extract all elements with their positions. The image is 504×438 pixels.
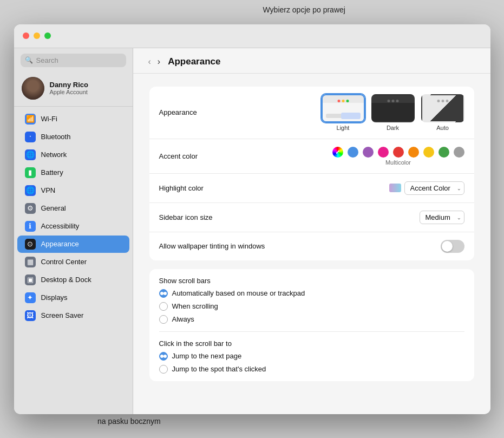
close-button[interactable] (23, 32, 29, 39)
general-icon: ⚙ (25, 203, 36, 214)
user-section[interactable]: Danny Rico Apple Account (14, 71, 133, 107)
wallpaper-tinting-control (441, 240, 464, 253)
radio-inner-click (160, 355, 163, 358)
sidebar: 🔍 Search Danny Rico Apple Account 📶 Wi-F… (14, 48, 133, 414)
appearance-icon: ⊙ (25, 239, 36, 250)
scroll-bars-radio-group: Automatically based on mouse or trackpad… (149, 289, 474, 331)
titlebar (14, 24, 490, 48)
appearance-light-option[interactable]: Light (322, 94, 365, 131)
sidebar-item-general[interactable]: ⚙ General (17, 200, 129, 217)
sidebar-label-general: General (41, 204, 66, 212)
sidebar-item-screen-saver[interactable]: 🖼 Screen Saver (17, 307, 129, 324)
sidebar-label-displays: Displays (41, 293, 68, 302)
scroll-always-item[interactable]: Always (159, 315, 464, 324)
wallpaper-tinting-toggle[interactable] (441, 240, 464, 253)
click-spot-item[interactable]: Jump to the spot that's clicked (159, 365, 464, 374)
sidebar-item-network[interactable]: 🌐 Network (17, 146, 129, 164)
sidebar-item-bluetooth[interactable]: ᛫ Bluetooth (17, 128, 129, 146)
click-spot-radio[interactable] (159, 365, 168, 374)
sidebar-icon-size-select[interactable]: Medium (420, 211, 464, 224)
annotation-line2: na pasku bocznym (97, 417, 161, 426)
sidebar-item-wifi[interactable]: 📶 Wi-Fi (17, 110, 129, 128)
forward-button[interactable]: › (155, 56, 162, 68)
search-placeholder: Search (36, 56, 58, 64)
sidebar-label-network: Network (41, 151, 67, 159)
appearance-control: Light (322, 94, 464, 131)
sidebar-item-vpn[interactable]: 🌐 VPN (17, 182, 129, 199)
sidebar-item-displays[interactable]: ✦ Displays (17, 289, 129, 306)
control-center-icon: ▦ (25, 257, 36, 267)
sidebar-icon-size-control: Medium (420, 211, 464, 224)
dot-green (346, 100, 349, 102)
preview-dots-dark (387, 100, 398, 102)
battery-icon: ▮ (25, 167, 36, 178)
search-bar[interactable]: 🔍 Search (21, 54, 126, 67)
color-pink[interactable] (378, 147, 389, 158)
sidebar-label-screen-saver: Screen Saver (41, 311, 84, 319)
dot-green-dark (396, 100, 398, 102)
color-red[interactable] (393, 147, 404, 158)
color-purple[interactable] (363, 147, 374, 158)
main-content: ‹ › Appearance Appearance (133, 48, 490, 414)
dot-red-auto (437, 100, 440, 102)
content-header: ‹ › Appearance (133, 48, 490, 74)
color-orange[interactable] (408, 147, 419, 158)
dot-yellow (342, 100, 344, 102)
dot-red (337, 100, 340, 102)
sidebar-item-accessibility[interactable]: ℹ Accessibility (17, 218, 129, 235)
search-icon: 🔍 (25, 56, 33, 64)
sidebar-item-control-center[interactable]: ▦ Control Center (17, 253, 129, 271)
wallpaper-tinting-row: Allow wallpaper tinting in windows (149, 232, 474, 260)
page-title: Appearance (168, 56, 220, 67)
sidebar-nav: 📶 Wi-Fi ᛫ Bluetooth 🌐 Network ▮ Battery … (14, 107, 133, 328)
scroll-auto-label: Automatically based on mouse or trackpad (172, 289, 305, 297)
scroll-scrolling-item[interactable]: When scrolling (159, 302, 464, 311)
appearance-row-label: Appearance (159, 108, 197, 116)
network-icon: 🌐 (25, 149, 36, 160)
traffic-lights (23, 32, 51, 39)
scroll-auto-item[interactable]: Automatically based on mouse or trackpad (159, 289, 464, 298)
appearance-auto-preview (421, 94, 464, 122)
sidebar-item-battery[interactable]: ▮ Battery (17, 164, 129, 181)
highlight-dropdown-wrapper: Accent Color (404, 181, 464, 195)
scroll-auto-radio[interactable] (159, 289, 168, 298)
dot-yellow-dark (391, 100, 394, 102)
color-multicolor[interactable] (332, 147, 343, 158)
scroll-always-radio[interactable] (159, 315, 168, 324)
window-body: 🔍 Search Danny Rico Apple Account 📶 Wi-F… (14, 48, 490, 414)
accent-subtitle: Multicolor (385, 159, 411, 166)
appearance-auto-option[interactable]: Auto (421, 94, 464, 131)
dot-yellow-auto (441, 100, 444, 102)
maximize-button[interactable] (44, 32, 51, 39)
click-next-page-label: Jump to the next page (172, 352, 242, 360)
click-next-page-radio[interactable] (159, 352, 168, 361)
avatar-face (22, 77, 44, 100)
preview-dots-auto (437, 100, 448, 102)
sidebar-item-desktop-dock[interactable]: ▣ Desktop & Dock (17, 271, 129, 289)
click-next-page-item[interactable]: Jump to the next page (159, 352, 464, 361)
appearance-options: Light (322, 94, 464, 131)
highlight-color-label: Highlight color (159, 184, 204, 192)
color-graphite[interactable] (454, 147, 464, 158)
color-dots (332, 147, 464, 158)
user-info: Danny Rico Apple Account (50, 81, 89, 95)
accent-color-row: Accent color (149, 139, 474, 174)
color-yellow[interactable] (423, 147, 434, 158)
appearance-dark-option[interactable]: Dark (371, 94, 415, 131)
appearance-row: Appearance (149, 87, 474, 139)
minimize-button[interactable] (34, 32, 40, 39)
highlight-color-select[interactable]: Accent Color (404, 181, 464, 195)
sidebar-label-control-center: Control Center (41, 258, 87, 266)
sidebar-label-battery: Battery (41, 168, 63, 176)
color-green[interactable] (438, 147, 449, 158)
scroll-always-label: Always (172, 315, 194, 323)
wallpaper-tinting-label: Allow wallpaper tinting in windows (159, 242, 265, 250)
back-button[interactable]: ‹ (146, 56, 153, 68)
appearance-dark-label: Dark (387, 125, 399, 131)
scroll-scrolling-radio[interactable] (159, 302, 168, 311)
color-blue[interactable] (348, 147, 358, 158)
settings-body: Appearance (133, 74, 490, 403)
annotation-top: Wybierz opcje po prawej (263, 5, 345, 14)
sidebar-item-appearance[interactable]: ⊙ Appearance (17, 236, 129, 253)
window: 🔍 Search Danny Rico Apple Account 📶 Wi-F… (14, 24, 490, 414)
